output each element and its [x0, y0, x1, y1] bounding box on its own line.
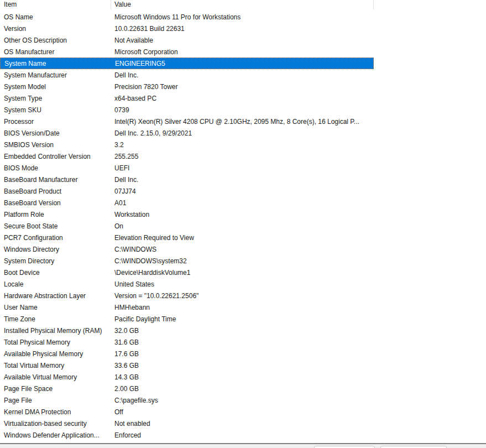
- table-row[interactable]: Installed Physical Memory (RAM) 32.0 GB: [0, 325, 374, 336]
- value-cell: 10.0.22631 Build 22631: [111, 25, 374, 33]
- item-cell: OS Name: [0, 13, 111, 21]
- value-cell: Not enabled: [111, 420, 374, 428]
- item-cell: Windows Defender Application...: [0, 431, 111, 439]
- table-row[interactable]: Kernel DMA Protection Off: [0, 406, 374, 418]
- table-row[interactable]: Boot Device \Device\HarddiskVolume1: [0, 267, 374, 278]
- item-cell: Total Virtual Memory: [0, 362, 111, 369]
- table-row[interactable]: Version 10.0.22631 Build 22631: [0, 23, 374, 34]
- table-row[interactable]: Windows Defender Application... Enforced: [0, 429, 374, 441]
- table-row[interactable]: Windows Directory C:\WINDOWS: [0, 243, 374, 255]
- table-row[interactable]: Locale United States: [0, 278, 374, 290]
- value-cell: Not Available: [111, 37, 374, 44]
- value-cell: x64-based PC: [111, 95, 374, 102]
- table-row[interactable]: Hardware Abstraction Layer Version = "10…: [0, 290, 374, 301]
- table-row[interactable]: Processor Intel(R) Xeon(R) Silver 4208 C…: [0, 116, 374, 127]
- table-row[interactable]: User Name HMH\ebann: [0, 301, 374, 313]
- value-cell: Enforced: [111, 431, 374, 439]
- table-row[interactable]: OS Name Microsoft Windows 11 Pro for Wor…: [0, 11, 374, 23]
- value-cell: ENGINEERING5: [111, 60, 373, 67]
- table-row[interactable]: Total Physical Memory 31.6 GB: [0, 336, 374, 348]
- listview-header: Item Value: [0, 0, 486, 11]
- value-cell: 07JJ74: [111, 187, 374, 195]
- system-summary-listview: Item Value OS Name Microsoft Windows 11 …: [0, 0, 486, 443]
- value-cell: 0739: [111, 106, 374, 114]
- table-row[interactable]: Available Virtual Memory 14.3 GB: [0, 371, 374, 383]
- table-row[interactable]: Platform Role Workstation: [0, 209, 374, 220]
- value-cell: UEFI: [111, 164, 374, 172]
- value-cell: Microsoft Corporation: [111, 48, 374, 56]
- item-cell: Page File: [0, 397, 111, 404]
- value-cell: Dell Inc.: [111, 176, 374, 184]
- table-row[interactable]: Secure Boot State On: [0, 220, 374, 232]
- value-cell: 17.6 GB: [111, 350, 374, 358]
- close-find-button-cutoff[interactable]: [380, 446, 447, 448]
- item-cell: Boot Device: [0, 269, 111, 277]
- item-cell: Kernel DMA Protection: [0, 408, 111, 416]
- value-cell: Version = "10.0.22621.2506": [111, 292, 374, 300]
- item-cell: PCR7 Configuration: [0, 234, 111, 242]
- find-button-cutoff[interactable]: [314, 446, 375, 448]
- value-cell: C:\WINDOWS: [111, 246, 374, 253]
- table-row[interactable]: System Manufacturer Dell Inc.: [0, 69, 374, 81]
- column-header-value[interactable]: Value: [111, 0, 374, 9]
- value-cell: \Device\HarddiskVolume1: [111, 269, 374, 277]
- table-row[interactable]: Embedded Controller Version 255.255: [0, 150, 374, 162]
- value-cell: C:\pagefile.sys: [111, 397, 374, 404]
- table-row[interactable]: BaseBoard Version A01: [0, 197, 374, 209]
- table-row[interactable]: System Directory C:\WINDOWS\system32: [0, 255, 374, 267]
- item-cell: Time Zone: [0, 315, 111, 323]
- value-cell: Microsoft Windows 11 Pro for Workstation…: [111, 13, 374, 21]
- table-row[interactable]: System Name ENGINEERING5: [0, 58, 374, 69]
- table-row[interactable]: System Type x64-based PC: [0, 92, 374, 104]
- table-row[interactable]: System Model Precision 7820 Tower: [0, 81, 374, 92]
- table-row[interactable]: OS Manufacturer Microsoft Corporation: [0, 46, 374, 58]
- value-cell: A01: [111, 199, 374, 207]
- table-row[interactable]: BaseBoard Product 07JJ74: [0, 185, 374, 197]
- item-cell: User Name: [0, 304, 111, 311]
- item-cell: System SKU: [0, 106, 111, 114]
- table-row[interactable]: Available Physical Memory 17.6 GB: [0, 348, 374, 360]
- table-row[interactable]: BIOS Version/Date Dell Inc. 2.15.0, 9/29…: [0, 127, 374, 139]
- item-cell: System Name: [1, 60, 111, 67]
- item-cell: Page File Space: [0, 385, 111, 393]
- table-row[interactable]: Page File C:\pagefile.sys: [0, 394, 374, 406]
- item-cell: System Manufacturer: [0, 71, 111, 79]
- value-cell: 14.3 GB: [111, 373, 374, 381]
- value-cell: 255.255: [111, 153, 374, 160]
- value-cell: Workstation: [111, 211, 374, 218]
- item-cell: BIOS Mode: [0, 164, 111, 172]
- list-rows: OS Name Microsoft Windows 11 Pro for Wor…: [0, 11, 486, 441]
- value-cell: Pacific Daylight Time: [111, 315, 374, 323]
- value-cell: 31.6 GB: [111, 338, 374, 346]
- item-cell: SMBIOS Version: [0, 141, 111, 149]
- column-divider-value-end: [373, 0, 374, 9]
- table-row[interactable]: System SKU 0739: [0, 104, 374, 116]
- table-row[interactable]: BIOS Mode UEFI: [0, 162, 374, 174]
- column-divider-item-value: [111, 0, 111, 9]
- table-row[interactable]: Total Virtual Memory 33.6 GB: [0, 360, 374, 371]
- item-cell: Available Physical Memory: [0, 350, 111, 358]
- item-cell: Platform Role: [0, 211, 111, 218]
- item-cell: Locale: [0, 280, 111, 288]
- value-cell: 3.2: [111, 141, 374, 149]
- item-cell: Processor: [0, 118, 111, 126]
- column-header-item[interactable]: Item: [0, 0, 111, 9]
- item-cell: Installed Physical Memory (RAM): [0, 327, 111, 335]
- item-cell: System Type: [0, 95, 111, 102]
- item-cell: Available Virtual Memory: [0, 373, 111, 381]
- table-row[interactable]: BaseBoard Manufacturer Dell Inc.: [0, 174, 374, 185]
- item-cell: BaseBoard Product: [0, 187, 111, 195]
- value-cell: HMH\ebann: [111, 304, 374, 311]
- value-cell: 33.6 GB: [111, 362, 374, 369]
- table-row[interactable]: Page File Space 2.00 GB: [0, 383, 374, 394]
- table-row[interactable]: Other OS Description Not Available: [0, 34, 374, 46]
- value-cell: C:\WINDOWS\system32: [111, 257, 374, 265]
- find-bar-strip: [0, 444, 486, 448]
- table-row[interactable]: SMBIOS Version 3.2: [0, 139, 374, 150]
- table-row[interactable]: PCR7 Configuration Elevation Required to…: [0, 232, 374, 243]
- table-row[interactable]: Virtualization-based security Not enable…: [0, 418, 374, 429]
- value-cell: Dell Inc.: [111, 71, 374, 79]
- value-cell: 2.00 GB: [111, 385, 374, 393]
- table-row[interactable]: Time Zone Pacific Daylight Time: [0, 313, 374, 325]
- item-cell: Secure Boot State: [0, 222, 111, 230]
